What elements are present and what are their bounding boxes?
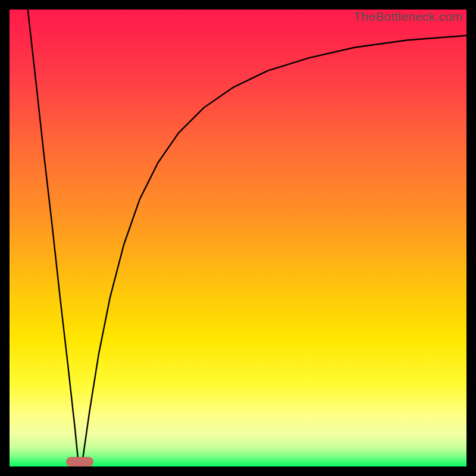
chart-frame: TheBottleneck.com: [10, 10, 466, 466]
plot-area: TheBottleneck.com: [10, 10, 466, 466]
curve-layer: [10, 10, 466, 466]
series-left-branch: [28, 10, 78, 459]
series-right-branch: [83, 36, 466, 460]
bottleneck-marker: [66, 457, 93, 466]
